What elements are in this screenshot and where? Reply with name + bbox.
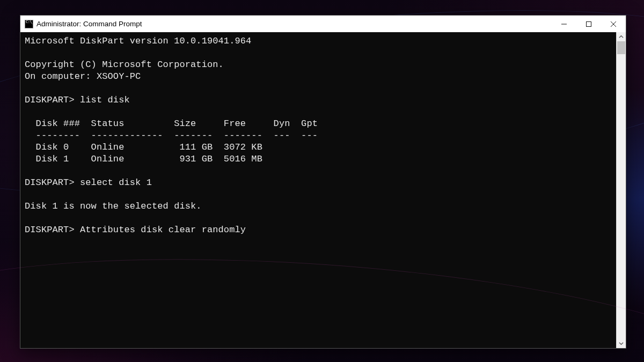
client-area: Microsoft DiskPart version 10.0.19041.96… xyxy=(20,32,626,348)
scroll-thumb[interactable] xyxy=(617,41,625,54)
terminal-line: DISKPART> select disk 1 xyxy=(25,178,152,188)
svg-rect-1 xyxy=(587,21,591,26)
terminal-line: -------- ------------- ------- ------- -… xyxy=(25,130,318,141)
terminal-line: DISKPART> list disk xyxy=(25,95,130,105)
terminal-line: Disk 1 is now the selected disk. xyxy=(25,201,202,211)
vertical-scrollbar[interactable] xyxy=(616,32,626,348)
maximize-button[interactable] xyxy=(576,16,601,32)
minimize-icon xyxy=(561,21,567,27)
chevron-down-icon xyxy=(619,341,624,346)
terminal-line: Copyright (C) Microsoft Corporation. xyxy=(25,60,224,70)
command-prompt-window: Administrator: Command Prompt Micro xyxy=(20,15,626,349)
close-button[interactable] xyxy=(601,16,626,32)
terminal-line: On computer: XSOOY-PC xyxy=(25,71,141,82)
terminal-output[interactable]: Microsoft DiskPart version 10.0.19041.96… xyxy=(20,32,616,348)
chevron-up-icon xyxy=(619,34,624,39)
cmd-icon xyxy=(25,20,33,28)
scroll-down-button[interactable] xyxy=(617,339,626,348)
terminal-line: Disk 1 Online 931 GB 5016 MB xyxy=(25,154,262,164)
terminal-line: Disk ### Status Size Free Dyn Gpt xyxy=(25,119,318,129)
close-icon xyxy=(611,21,616,27)
terminal-line: Disk 0 Online 111 GB 3072 KB xyxy=(25,142,262,152)
titlebar[interactable]: Administrator: Command Prompt xyxy=(20,16,626,32)
scroll-track[interactable] xyxy=(617,41,626,339)
desktop-background: Administrator: Command Prompt Micro xyxy=(0,0,644,362)
window-title: Administrator: Command Prompt xyxy=(36,20,142,28)
minimize-button[interactable] xyxy=(552,16,576,32)
terminal-line: Microsoft DiskPart version 10.0.19041.96… xyxy=(25,36,251,46)
scroll-up-button[interactable] xyxy=(617,32,626,41)
maximize-icon xyxy=(586,21,591,27)
terminal-line: DISKPART> Attributes disk clear randomly xyxy=(25,225,246,235)
